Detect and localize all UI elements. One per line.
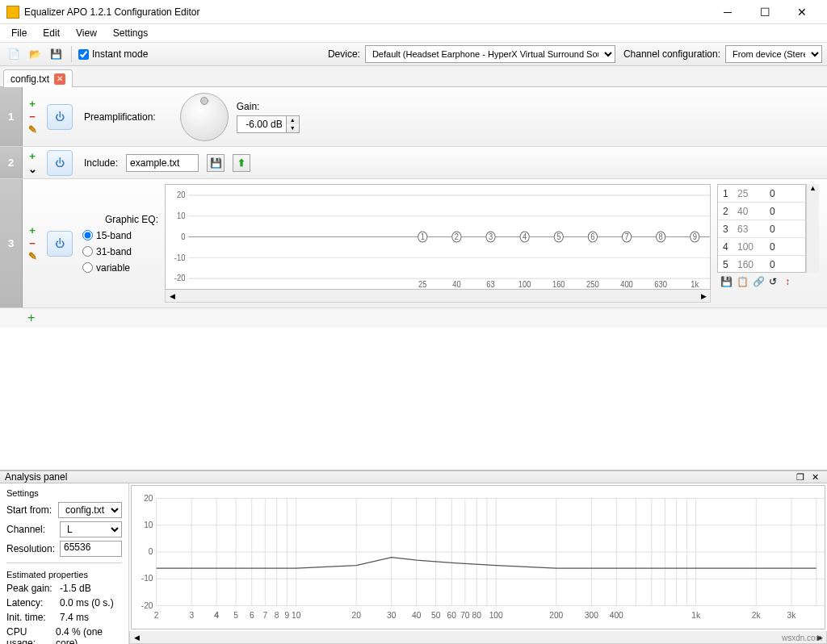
power-toggle[interactable]: ⏻: [47, 231, 73, 257]
menu-edit[interactable]: Edit: [35, 26, 68, 40]
svg-text:60: 60: [447, 611, 457, 620]
svg-text:6: 6: [590, 232, 595, 241]
h-scrollbar[interactable]: ◀▶: [165, 290, 711, 303]
menu-settings[interactable]: Settings: [105, 26, 156, 40]
tab-close-icon[interactable]: ✕: [54, 73, 65, 85]
v-scrollbar[interactable]: ▲: [806, 184, 819, 273]
instant-mode-input[interactable]: [78, 49, 89, 60]
copy-icon[interactable]: 📋: [737, 276, 749, 289]
minimize-button[interactable]: ─: [709, 0, 746, 24]
remove-row-icon[interactable]: −: [27, 111, 38, 123]
include-file-input[interactable]: [126, 154, 199, 172]
filter-row-preamp: 1 + − ✎ ⏻ Preamplification: Gain: ▲▼: [0, 87, 827, 147]
analysis-plot[interactable]: 20100-10-20 2345678910203040506070801002…: [131, 485, 825, 629]
svg-text:630: 630: [654, 279, 667, 289]
svg-text:20: 20: [351, 611, 361, 620]
add-row-icon[interactable]: +: [27, 225, 38, 236]
gain-spin-down[interactable]: ▼: [287, 124, 299, 132]
save-icon[interactable]: 💾: [720, 276, 733, 289]
svg-text:-10: -10: [141, 575, 153, 583]
remove-row-icon[interactable]: −: [27, 238, 38, 249]
add-row-icon[interactable]: +: [27, 151, 38, 162]
lock-icon[interactable]: 💾: [207, 154, 225, 172]
bands-15-radio[interactable]: 15-band: [82, 230, 158, 241]
resolution-field[interactable]: 65536: [60, 541, 122, 557]
close-panel-icon[interactable]: ✕: [808, 472, 822, 483]
power-toggle[interactable]: ⏻: [47, 150, 73, 176]
graphic-eq-plot[interactable]: 20100-10-20 123456789 254063100160250400…: [165, 184, 711, 290]
edit-row-icon[interactable]: ✎: [27, 124, 38, 136]
start-from-select[interactable]: config.txt: [58, 502, 122, 518]
svg-text:30: 30: [387, 611, 397, 620]
gain-field[interactable]: ▲▼: [237, 115, 300, 133]
instant-mode-label: Instant mode: [92, 48, 148, 60]
table-row[interactable]: 41000: [718, 238, 805, 256]
table-row[interactable]: 51600: [718, 256, 805, 273]
expand-icon[interactable]: ⌄: [27, 164, 38, 175]
bands-31-radio[interactable]: 31-band: [82, 246, 158, 257]
gain-spin-up[interactable]: ▲: [287, 116, 299, 124]
gain-input[interactable]: [237, 116, 286, 132]
device-label: Device:: [328, 48, 360, 60]
link-icon[interactable]: 🔗: [753, 276, 766, 289]
svg-text:10: 10: [292, 611, 301, 620]
svg-text:9: 9: [284, 611, 289, 620]
svg-text:2: 2: [154, 611, 159, 620]
row-number: 1: [0, 87, 23, 146]
reset-icon[interactable]: ↺: [769, 276, 782, 289]
svg-text:3k: 3k: [787, 611, 796, 620]
file-tab[interactable]: config.txt ✕: [3, 69, 73, 87]
svg-text:3: 3: [489, 232, 493, 241]
new-file-button[interactable]: 📄: [5, 45, 23, 63]
svg-text:7: 7: [624, 232, 629, 241]
undock-icon[interactable]: ❐: [793, 472, 808, 483]
tab-label: config.txt: [10, 73, 49, 85]
invert-icon[interactable]: ↕: [785, 276, 798, 289]
table-row[interactable]: 2400: [718, 203, 805, 220]
svg-text:40: 40: [452, 279, 461, 289]
open-file-button[interactable]: 📂: [26, 45, 44, 63]
filter-row-include: 2 + ⌄ ⏻ Include: 💾 ⬆: [0, 147, 827, 179]
svg-text:10: 10: [177, 211, 186, 220]
menu-view[interactable]: View: [68, 26, 105, 40]
svg-text:250: 250: [586, 279, 599, 289]
open-folder-icon[interactable]: ⬆: [233, 154, 250, 172]
svg-text:-20: -20: [174, 274, 186, 283]
instant-mode-checkbox[interactable]: Instant mode: [78, 48, 148, 60]
svg-text:1k: 1k: [691, 279, 699, 289]
maximize-button[interactable]: ☐: [746, 0, 783, 24]
svg-text:300: 300: [585, 611, 598, 620]
analysis-h-scrollbar[interactable]: ◀▶: [129, 631, 827, 644]
add-row-icon[interactable]: +: [27, 98, 38, 110]
table-row[interactable]: 3630: [718, 220, 805, 238]
table-row[interactable]: 1250: [718, 185, 805, 203]
add-filter-row[interactable]: +: [0, 308, 827, 328]
eq-band-table[interactable]: 1250240036304100051600: [717, 184, 806, 273]
start-from-label: Start from:: [6, 504, 58, 516]
svg-text:1k: 1k: [691, 611, 701, 620]
bands-variable-radio[interactable]: variable: [82, 262, 158, 274]
svg-text:2k: 2k: [752, 611, 762, 620]
power-toggle[interactable]: ⏻: [47, 104, 73, 130]
channel-config-select[interactable]: From device (Stereo): [725, 45, 822, 63]
channel-label: Channel:: [6, 524, 60, 535]
estimated-header: Estimated properties: [6, 570, 122, 579]
save-file-button[interactable]: 💾: [47, 45, 65, 63]
close-button[interactable]: ✕: [783, 0, 821, 24]
svg-text:400: 400: [610, 611, 623, 620]
filter-row-graphic-eq: 3 + − ✎ ⏻ Graphic EQ: 15-band 31-band va…: [0, 179, 827, 308]
plus-icon: +: [27, 311, 35, 325]
svg-text:8: 8: [275, 611, 279, 620]
edit-row-icon[interactable]: ✎: [27, 251, 38, 262]
device-select[interactable]: Default (Headset Earphone - HyperX Virtu…: [365, 45, 615, 63]
menu-file[interactable]: File: [3, 26, 35, 40]
app-icon: [6, 6, 19, 19]
svg-text:0: 0: [181, 232, 186, 241]
channel-select[interactable]: L: [60, 521, 122, 537]
cpu-usage-value: 0.4 % (one core): [56, 626, 122, 639]
svg-text:200: 200: [549, 611, 563, 620]
svg-text:4: 4: [214, 611, 219, 620]
gain-knob[interactable]: [180, 93, 229, 141]
window-title: Equalizer APO 1.2.1 Configuration Editor: [24, 6, 709, 18]
svg-text:50: 50: [431, 611, 441, 620]
